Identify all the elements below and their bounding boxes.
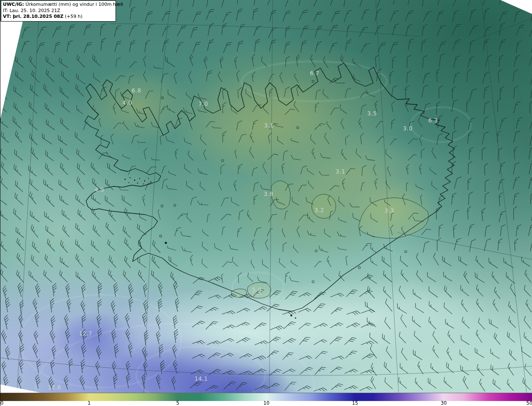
- wind-barb: [421, 39, 426, 52]
- wind-barb: [530, 133, 532, 147]
- product-id: UWC/IG:: [3, 2, 24, 7]
- wind-barb: [439, 195, 443, 205]
- wind-barb: [200, 259, 210, 268]
- wind-barb: [330, 321, 343, 331]
- wind-barb: [126, 374, 132, 388]
- wind-barb: [142, 195, 149, 205]
- wind-barb: [390, 138, 397, 146]
- wind-barb: [467, 207, 472, 220]
- wind-barb: [514, 10, 521, 23]
- wind-barb: [430, 181, 440, 190]
- wind-barb: [323, 274, 332, 281]
- wind-barb: [281, 228, 287, 237]
- wind-barb: [405, 86, 409, 98]
- wind-barb: [205, 306, 218, 316]
- wind-barb: [284, 41, 290, 54]
- wind-barb: [290, 138, 299, 143]
- wind-barb: [286, 56, 290, 67]
- wind-barb: [42, 179, 55, 190]
- wind-barb: [45, 239, 57, 251]
- wind-barb: [330, 335, 342, 347]
- wind-barb: [191, 289, 202, 301]
- wind-barb: [437, 24, 446, 37]
- wind-barb: [483, 71, 490, 85]
- wind-barb: [238, 23, 246, 37]
- wind-barb: [284, 320, 296, 332]
- precip-max-label: 6.7: [310, 70, 320, 76]
- wind-barb: [146, 165, 156, 176]
- wind-barb: [239, 133, 246, 144]
- wind-barb: [14, 227, 26, 238]
- wind-barb: [408, 211, 418, 222]
- calm-wind-circle: [312, 80, 314, 82]
- title-line-product: UWC/IG: Úrkomumætti (mm) og vindur i 100…: [3, 2, 113, 8]
- wind-barb: [44, 194, 57, 207]
- precip-max-label: 3.2: [315, 207, 324, 213]
- wind-barb: [239, 293, 252, 301]
- wind-barb: [299, 291, 311, 300]
- wind-barb: [390, 9, 399, 23]
- precip-max-label: 5.6: [252, 286, 262, 293]
- wind-barb: [468, 56, 474, 69]
- wind-barb: [107, 255, 119, 268]
- wind-barb: [187, 71, 195, 83]
- wind-barb: [143, 361, 150, 375]
- wind-barb: [89, 162, 102, 174]
- wind-barb: [315, 24, 323, 39]
- wind-barb: [268, 0, 276, 7]
- wind-barb: [459, 285, 472, 296]
- wind-barb: [530, 117, 532, 130]
- wind-barb: [293, 101, 302, 112]
- wind-barb: [0, 132, 11, 143]
- wind-barb: [197, 169, 209, 175]
- wind-barb: [423, 10, 432, 24]
- wind-barb: [28, 211, 42, 222]
- wind-barb: [315, 350, 327, 362]
- wind-barb: [81, 284, 87, 298]
- wind-barb: [91, 105, 101, 114]
- wind-barb: [360, 90, 369, 100]
- wind-barb: [144, 330, 149, 345]
- wind-barb: [191, 26, 198, 39]
- wind-barb: [160, 360, 165, 374]
- wind-barb: [123, 256, 134, 268]
- wind-barb: [468, 0, 476, 7]
- wind-barb: [254, 226, 261, 238]
- wind-barb: [208, 294, 222, 302]
- wind-barb: [468, 161, 472, 174]
- wind-barb: [106, 269, 118, 281]
- wind-barb: [12, 164, 24, 176]
- wind-barb: [268, 213, 277, 224]
- wind-barb: [248, 147, 257, 158]
- wind-barb: [299, 321, 311, 332]
- wind-barb: [468, 223, 475, 237]
- wind-barb: [380, 256, 393, 267]
- wind-barb: [307, 231, 317, 236]
- wind-barb: [58, 195, 70, 205]
- wind-barb: [497, 131, 502, 143]
- wind-barb: [192, 353, 205, 362]
- wind-barb: [483, 0, 490, 6]
- wind-barb: [437, 238, 441, 251]
- wind-barb: [382, 271, 394, 282]
- wind-barb: [141, 347, 150, 361]
- wind-barb: [478, 379, 488, 391]
- wind-barb: [83, 121, 88, 131]
- wind-barb: [285, 380, 296, 393]
- wind-barb: [0, 147, 9, 159]
- wind-barb: [337, 196, 347, 207]
- wind-barb: [63, 376, 71, 389]
- wind-barb: [420, 195, 424, 205]
- wind-barb: [29, 147, 41, 159]
- wind-barb: [453, 10, 459, 23]
- wind-barb: [268, 73, 274, 83]
- wind-barb: [346, 322, 360, 331]
- wind-barb: [529, 161, 532, 175]
- wind-barb: [143, 284, 150, 297]
- wind-barb: [468, 178, 472, 190]
- wind-barb: [329, 42, 337, 55]
- wind-barb: [361, 274, 373, 284]
- wind-barb: [521, 378, 532, 390]
- wind-barb: [452, 99, 458, 112]
- wind-barb: [119, 106, 130, 113]
